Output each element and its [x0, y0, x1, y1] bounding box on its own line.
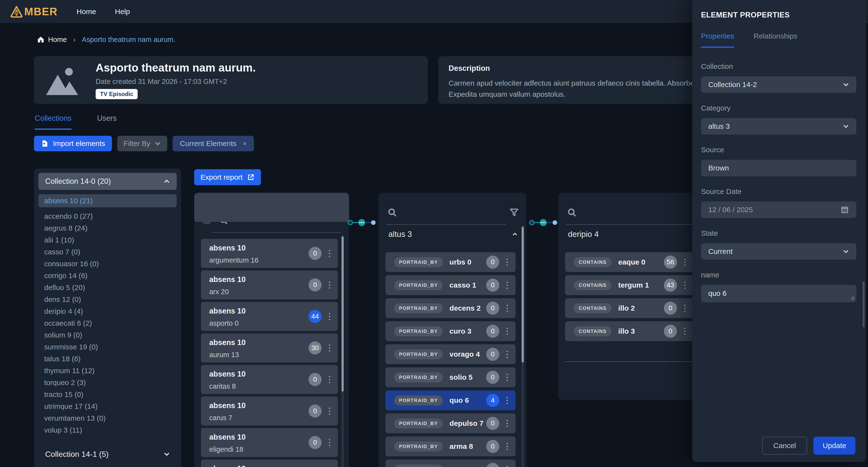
list-item[interactable]: PORTRAID_BY curo 3 0	[385, 321, 516, 341]
list-item[interactable]: absens 10 caritas 8 0	[201, 365, 338, 394]
state-select[interactable]: Current	[701, 243, 856, 260]
list-item[interactable]: CONTAINS illo 2 0	[565, 298, 693, 318]
close-icon[interactable]: ×	[243, 140, 247, 147]
sidebar-item[interactable]: defluo 5 (20)	[44, 281, 177, 293]
list-item[interactable]: CONTAINS illo 3 0	[565, 321, 693, 341]
kebab-menu-icon[interactable]	[328, 343, 331, 353]
list-item[interactable]: CONTAINS eaque 0 56	[565, 252, 693, 272]
list-item[interactable]: PORTRAID_BY taceo 9 0	[385, 460, 516, 467]
sidebar-item[interactable]: casso 7 (0)	[44, 246, 177, 258]
nav-link-help[interactable]: Help	[115, 7, 130, 16]
sidebar-item[interactable]: volup 3 (11)	[44, 424, 177, 436]
kebab-menu-icon[interactable]	[683, 281, 686, 290]
sidebar-item-absens-10[interactable]: absens 10 (21)	[38, 194, 177, 207]
list-item[interactable]: PORTRAID_BY casso 1 0	[385, 275, 516, 295]
list-item[interactable]: PORTRAID_BY decens 2 0	[385, 298, 516, 318]
list-item-partial[interactable]	[194, 193, 349, 222]
sidebar-item[interactable]: consuasor 16 (0)	[44, 258, 177, 270]
group-header-deripio-4[interactable]: deripio 4	[568, 230, 695, 239]
calendar-icon[interactable]	[840, 205, 849, 214]
current-elements-chip[interactable]: Current Elements ×	[173, 136, 254, 151]
kebab-menu-icon[interactable]	[683, 258, 686, 267]
source-input[interactable]: Brown	[701, 160, 856, 176]
tab-relationships[interactable]: Relationships	[754, 32, 797, 48]
sidebar-item[interactable]: talus 18 (6)	[44, 353, 177, 365]
sidebar-item[interactable]: aegrus 8 (24)	[44, 222, 177, 234]
kebab-menu-icon[interactable]	[328, 249, 331, 258]
filter-by-button[interactable]: Filter By	[117, 136, 167, 151]
list-item[interactable]: absens 10 argumentum 16 0	[201, 239, 338, 268]
sidebar-item[interactable]: verumtamen 13 (0)	[44, 412, 177, 424]
list-item[interactable]: PORTRAID_BY arma 8 0	[385, 436, 516, 456]
kebab-menu-icon[interactable]	[506, 281, 509, 290]
breadcrumb-home[interactable]: Home	[37, 36, 67, 44]
sidebar-item[interactable]: accendo 0 (27)	[44, 210, 177, 222]
kebab-menu-icon[interactable]	[328, 375, 331, 384]
list-item[interactable]: absens 10 aurum 13 30	[201, 333, 338, 363]
list-item[interactable]: absens 10 eligendi 18 0	[201, 428, 338, 457]
cancel-button[interactable]: Cancel	[762, 437, 807, 455]
tab-users[interactable]: Users	[97, 114, 117, 130]
list-item[interactable]: absens 10 asporto 0 44	[201, 302, 338, 331]
tab-properties[interactable]: Properties	[701, 32, 734, 48]
category-select[interactable]: altus 3	[701, 118, 856, 135]
list-item[interactable]: absens 10 carus 7 0	[201, 396, 338, 426]
breadcrumb-current[interactable]: Asporto theatrum nam aurum.	[82, 36, 175, 44]
search-input[interactable]	[212, 232, 341, 233]
kebab-menu-icon[interactable]	[506, 396, 509, 405]
sidebar-group-collection-14-10[interactable]: Collection 14-10 (10)	[38, 463, 177, 467]
sidebar-item[interactable]: deripio 4 (4)	[44, 305, 177, 317]
flow-connector[interactable]	[346, 218, 378, 228]
list-item[interactable]: CONTAINS tergum 1 43	[565, 275, 693, 295]
kebab-menu-icon[interactable]	[506, 304, 509, 313]
kebab-menu-icon[interactable]	[328, 312, 331, 321]
export-report-button[interactable]: Export report	[194, 169, 261, 185]
sidebar-item[interactable]: corrigo 14 (6)	[44, 270, 177, 281]
import-elements-button[interactable]: Import elements	[34, 136, 112, 151]
scrollbar-thumb[interactable]	[522, 227, 524, 363]
sidebar-item[interactable]: thymum 11 (12)	[44, 365, 177, 376]
amber-logo[interactable]: MBER	[10, 5, 58, 18]
name-textarea[interactable]: quo 6	[701, 285, 856, 302]
list-item[interactable]: PORTRAID_BY vorago 4 0	[385, 344, 516, 364]
sidebar-item[interactable]: occaecati 6 (2)	[44, 317, 177, 329]
sidebar-item[interactable]: utrimque 17 (14)	[44, 400, 177, 412]
sidebar-item[interactable]: dens 12 (0)	[44, 293, 177, 305]
scrollbar-thumb[interactable]	[863, 281, 865, 327]
kebab-menu-icon[interactable]	[506, 465, 509, 467]
kebab-menu-icon[interactable]	[683, 327, 686, 336]
list-item[interactable]: PORTRAID_BY urbs 0 0	[385, 252, 516, 272]
kebab-menu-icon[interactable]	[506, 419, 509, 428]
sidebar-item[interactable]: summisse 19 (0)	[44, 341, 177, 353]
sidebar-group-collection-14-0[interactable]: Collection 14-0 (20)	[38, 173, 177, 190]
list-item[interactable]: PORTRAID_BY depulso 7 0	[385, 413, 516, 433]
kebab-menu-icon[interactable]	[506, 442, 509, 451]
kebab-menu-icon[interactable]	[328, 438, 331, 447]
search-icon[interactable]	[388, 207, 397, 217]
source-date-input[interactable]: 12 / 06 / 2025	[701, 201, 856, 218]
resize-handle-icon[interactable]	[850, 297, 855, 301]
kebab-menu-icon[interactable]	[506, 373, 509, 382]
group-header-altus-3[interactable]: altus 3	[389, 230, 518, 239]
kebab-menu-icon[interactable]	[506, 350, 509, 359]
list-item[interactable]: absens 10 arx 20 0	[201, 270, 338, 299]
search-icon[interactable]	[567, 207, 577, 217]
kebab-menu-icon[interactable]	[506, 327, 509, 336]
kebab-menu-icon[interactable]	[506, 258, 509, 267]
scrollbar-thumb[interactable]	[342, 236, 344, 392]
search-input[interactable]	[386, 224, 506, 225]
list-item[interactable]: absens 10 enim 19 0	[201, 460, 338, 467]
tab-collections[interactable]: Collections	[35, 114, 72, 130]
sidebar-group-collection-14-1[interactable]: Collection 14-1 (5)	[38, 446, 177, 462]
sidebar-item[interactable]: tracto 15 (0)	[44, 389, 177, 400]
search-input[interactable]	[566, 224, 704, 225]
nav-link-home[interactable]: Home	[77, 7, 96, 16]
kebab-menu-icon[interactable]	[328, 407, 331, 415]
kebab-menu-icon[interactable]	[683, 304, 686, 313]
sidebar-item[interactable]: torqueo 2 (3)	[44, 376, 177, 389]
list-item[interactable]: PORTRAID_BY quo 6 4	[385, 390, 516, 410]
update-button[interactable]: Update	[813, 437, 856, 455]
kebab-menu-icon[interactable]	[328, 280, 331, 290]
collection-select[interactable]: Collection 14-2	[701, 76, 856, 93]
sidebar-item[interactable]: alii 1 (10)	[44, 234, 177, 246]
